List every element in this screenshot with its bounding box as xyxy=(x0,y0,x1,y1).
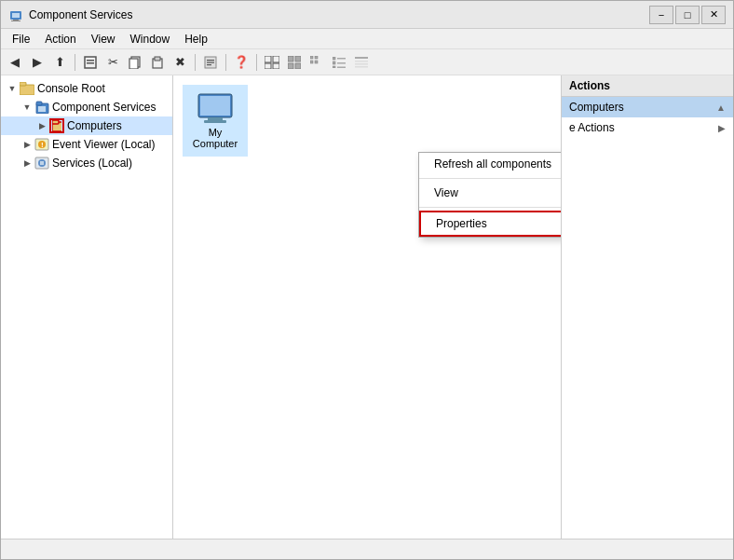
actions-item-more-label: e Actions xyxy=(569,121,615,134)
console-root-icon xyxy=(20,81,34,96)
svg-rect-38 xyxy=(20,82,26,86)
actions-header: Actions xyxy=(562,75,733,97)
expander-console-root[interactable]: ▼ xyxy=(5,81,20,96)
tree-panel: ▼ Console Root ▼ Component Services ▶ xyxy=(1,75,173,539)
svg-rect-52 xyxy=(208,117,223,120)
actions-panel: Actions Computers ▲ e Actions ▶ xyxy=(561,75,733,539)
expander-component-services[interactable]: ▼ xyxy=(20,100,34,115)
tree-item-console-root[interactable]: ▼ Console Root xyxy=(1,79,172,98)
up-button[interactable]: ⬆ xyxy=(49,52,70,73)
svg-rect-5 xyxy=(87,60,94,61)
svg-rect-20 xyxy=(295,56,301,61)
small-icons-button[interactable] xyxy=(306,52,327,73)
svg-rect-2 xyxy=(13,20,19,20)
svg-rect-13 xyxy=(207,61,214,62)
paste-button[interactable] xyxy=(147,52,168,73)
menu-view[interactable]: View xyxy=(84,31,123,48)
menu-help[interactable]: Help xyxy=(177,31,215,48)
expander-services[interactable]: ▶ xyxy=(20,156,34,171)
tree-label-component-services: Component Services xyxy=(52,101,156,114)
actions-item-computers[interactable]: Computers ▲ xyxy=(562,97,733,117)
actions-computers-arrow-icon: ▲ xyxy=(716,102,726,113)
computers-folder-icon xyxy=(49,118,64,133)
svg-rect-6 xyxy=(87,62,94,64)
tree-label-console-root: Console Root xyxy=(37,82,105,95)
toolbar-sep-2 xyxy=(195,54,196,71)
svg-rect-22 xyxy=(295,63,301,69)
my-computer-label: My Computer xyxy=(190,127,240,149)
svg-rect-37 xyxy=(20,85,34,95)
svg-rect-25 xyxy=(310,61,313,63)
computer-svg xyxy=(197,92,234,125)
close-button[interactable]: ✕ xyxy=(701,6,726,24)
help-button[interactable]: ❓ xyxy=(231,52,251,73)
list-view-button[interactable] xyxy=(329,52,349,73)
svg-rect-32 xyxy=(337,66,346,68)
cut-button[interactable]: ✂ xyxy=(102,52,123,73)
tree-label-event-viewer: Event Viewer (Local) xyxy=(52,138,156,151)
services-icon xyxy=(34,156,49,171)
new-taskpad-button[interactable] xyxy=(262,52,282,73)
forward-button[interactable]: ▶ xyxy=(27,52,48,73)
tree-item-services[interactable]: ▶ Services (Local) xyxy=(1,154,172,172)
svg-rect-16 xyxy=(273,56,279,62)
svg-rect-41 xyxy=(38,106,46,112)
actions-item-more[interactable]: e Actions ▶ xyxy=(562,117,733,138)
context-menu-properties-label: Properties xyxy=(436,217,487,230)
context-menu: Refresh all components View ▶ Properties xyxy=(418,152,561,238)
back-button[interactable]: ◀ xyxy=(5,52,25,73)
main-window: Component Services − □ ✕ File Action Vie… xyxy=(0,0,734,560)
svg-rect-36 xyxy=(355,66,368,68)
menu-action[interactable]: Action xyxy=(37,31,83,48)
tree-item-computers[interactable]: ▶ Computers xyxy=(1,116,172,135)
context-menu-view[interactable]: View ▶ xyxy=(419,182,561,204)
event-viewer-icon: ! xyxy=(34,137,49,152)
svg-rect-51 xyxy=(200,96,230,116)
svg-text:!: ! xyxy=(41,141,44,149)
svg-rect-40 xyxy=(36,102,42,105)
svg-rect-31 xyxy=(333,66,335,68)
svg-rect-33 xyxy=(355,57,368,59)
menu-file[interactable]: File xyxy=(5,31,37,48)
tree-item-event-viewer[interactable]: ▶ ! Event Viewer (Local) xyxy=(1,135,172,154)
svg-rect-21 xyxy=(288,63,293,69)
large-icons-button[interactable] xyxy=(284,52,305,73)
component-services-icon xyxy=(34,100,49,115)
menu-window[interactable]: Window xyxy=(123,31,178,48)
title-bar: Component Services − □ ✕ xyxy=(1,1,733,29)
maximize-button[interactable]: □ xyxy=(675,6,700,24)
toolbar-sep-3 xyxy=(225,54,226,71)
window-controls: − □ ✕ xyxy=(649,6,726,24)
center-panel: My Computer Refresh all components View … xyxy=(173,75,561,539)
svg-rect-23 xyxy=(310,56,313,59)
toolbar-sep-4 xyxy=(256,54,257,71)
expander-computers[interactable]: ▶ xyxy=(34,118,49,133)
context-menu-view-label: View xyxy=(434,186,458,199)
my-computer-icon[interactable]: My Computer xyxy=(183,85,248,157)
svg-rect-29 xyxy=(333,61,335,64)
expander-event-viewer[interactable]: ▶ xyxy=(20,137,34,152)
actions-item-computers-label: Computers xyxy=(569,101,624,114)
context-menu-refresh-label: Refresh all components xyxy=(434,157,551,171)
svg-rect-26 xyxy=(315,61,318,63)
tree-item-component-services[interactable]: ▼ Component Services xyxy=(1,98,172,116)
svg-rect-10 xyxy=(155,57,160,61)
svg-rect-30 xyxy=(337,62,346,64)
delete-button[interactable]: ✖ xyxy=(170,52,190,73)
properties-button[interactable] xyxy=(200,52,221,73)
copy-button[interactable] xyxy=(125,52,145,73)
svg-rect-1 xyxy=(12,13,20,18)
context-menu-properties[interactable]: Properties xyxy=(419,211,561,237)
svg-rect-49 xyxy=(40,161,44,165)
menu-bar: File Action View Window Help xyxy=(1,29,733,49)
show-hide-console-button[interactable] xyxy=(80,52,101,73)
toolbar: ◀ ▶ ⬆ ✂ ✖ ❓ xyxy=(1,49,733,75)
context-menu-refresh[interactable]: Refresh all components xyxy=(419,153,561,175)
svg-rect-18 xyxy=(273,63,279,69)
svg-rect-19 xyxy=(288,56,293,61)
minimize-button[interactable]: − xyxy=(649,6,673,24)
svg-rect-8 xyxy=(129,59,138,69)
window-icon xyxy=(8,7,23,22)
svg-rect-3 xyxy=(11,20,20,21)
detail-view-button[interactable] xyxy=(351,52,372,73)
